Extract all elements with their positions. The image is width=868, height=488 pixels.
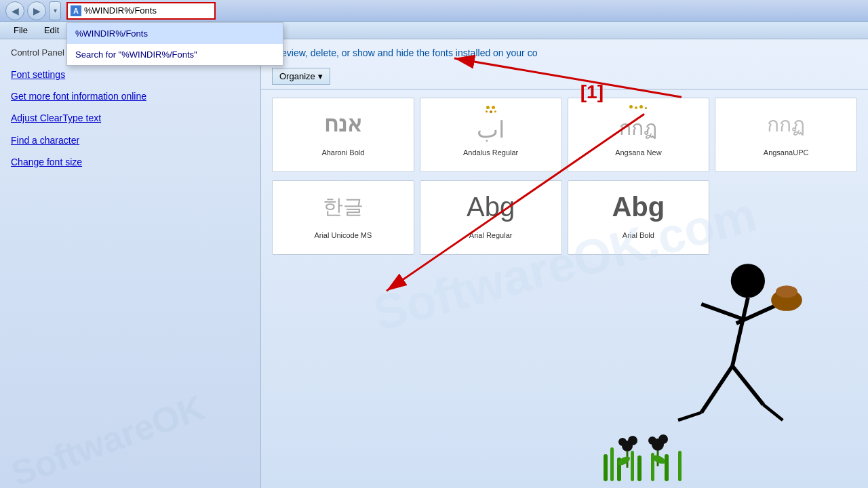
- svg-line-13: [764, 405, 783, 420]
- svg-point-27: [648, 436, 656, 445]
- font-name-arial-bold: Arial Bold: [623, 231, 654, 239]
- font-item-empty: [715, 180, 857, 255]
- main-layout: Control Panel Font settings Get more fon…: [0, 39, 868, 488]
- svg-point-26: [652, 439, 664, 451]
- font-name-angsanaupc: AngsanaUPC: [764, 148, 809, 157]
- svg-rect-15: [610, 447, 614, 481]
- svg-point-8: [771, 289, 802, 311]
- back-button[interactable]: ◀: [5, 1, 24, 20]
- stickman-figure: [637, 258, 827, 474]
- title-bar: ◀ ▶ ▾ A %WINDIR%/Fonts %WINDIR%/Fonts Se…: [0, 0, 868, 22]
- font-item-angsanaupc[interactable]: กกฏ AngsanaUPC: [715, 98, 857, 172]
- address-bar-container: A %WINDIR%/Fonts %WINDIR%/Fonts Search f…: [66, 2, 216, 20]
- font-name-arial-unicode: Arial Unicode MS: [314, 231, 372, 239]
- sidebar: Control Panel Font settings Get more fon…: [0, 39, 261, 488]
- font-item-arial-regular[interactable]: Abg Arial Regular: [420, 180, 562, 255]
- svg-point-4: [731, 264, 765, 298]
- svg-line-10: [701, 366, 732, 413]
- address-text: %WINDIR%/Fonts: [84, 5, 157, 16]
- toolbar: Organize ▾: [261, 64, 868, 89]
- dropdown-item-fonts[interactable]: %WINDIR%/Fonts: [67, 23, 283, 44]
- svg-point-31: [652, 453, 667, 466]
- content-header: Preview, delete, or show and hide the fo…: [261, 39, 868, 64]
- grass-overlay: [597, 407, 868, 488]
- font-item-aharoni[interactable]: אנח Aharoni Bold: [272, 98, 414, 172]
- organize-button[interactable]: Organize ▾: [272, 68, 330, 85]
- label-1: [1]: [580, 81, 604, 103]
- font-name-arial-regular: Arial Regular: [469, 231, 513, 239]
- svg-line-12: [678, 413, 701, 420]
- font-preview-andalus: اب: [477, 104, 505, 144]
- sidebar-item-get-more-font[interactable]: Get more font information online: [11, 90, 250, 102]
- nav-dropdown-button[interactable]: ▾: [49, 1, 61, 20]
- content-area: Preview, delete, or show and hide the fo…: [261, 39, 868, 488]
- font-name-andalus: Andalus Regular: [463, 148, 518, 157]
- font-item-arial-bold[interactable]: Abg Arial Bold: [568, 180, 710, 255]
- svg-rect-18: [637, 455, 642, 481]
- font-name-aharoni: Aharoni Bold: [321, 148, 364, 157]
- font-preview-angsanaupc: กกฏ: [767, 104, 805, 144]
- font-preview-arial-bold: Abg: [612, 186, 665, 227]
- font-preview-arial-unicode: 한글: [323, 186, 363, 227]
- font-preview-arial-regular: Abg: [467, 186, 515, 227]
- font-item-angsana[interactable]: กกฏ Angsana New: [568, 98, 710, 172]
- sidebar-item-cleartype[interactable]: Adjust ClearType text: [11, 112, 250, 124]
- svg-rect-19: [651, 453, 654, 481]
- address-bar[interactable]: A %WINDIR%/Fonts: [66, 2, 216, 20]
- dropdown-item-search[interactable]: Search for "%WINDIR%/Fonts": [67, 44, 283, 65]
- svg-point-23: [618, 438, 627, 446]
- menu-edit[interactable]: Edit: [36, 24, 67, 37]
- address-icon: A: [71, 5, 81, 16]
- svg-rect-20: [665, 454, 669, 481]
- svg-line-11: [732, 366, 764, 405]
- font-item-andalus[interactable]: اب Andalus Regular: [420, 98, 562, 172]
- svg-point-30: [616, 455, 631, 468]
- svg-point-24: [628, 436, 637, 445]
- svg-line-5: [732, 298, 748, 366]
- svg-line-7: [736, 304, 779, 324]
- font-grid-row2: 한글 Arial Unicode MS Abg Arial Regular Ab…: [261, 180, 868, 263]
- font-name-angsana: Angsana New: [615, 148, 662, 157]
- svg-rect-17: [631, 451, 634, 481]
- forward-button[interactable]: ▶: [27, 1, 46, 20]
- font-preview-angsana: กกฏ: [619, 104, 657, 144]
- svg-point-22: [622, 441, 633, 451]
- menu-file[interactable]: File: [5, 24, 36, 37]
- font-item-arial-unicode[interactable]: 한글 Arial Unicode MS: [272, 180, 414, 255]
- sidebar-item-font-settings[interactable]: Font settings: [11, 68, 250, 81]
- svg-line-6: [701, 304, 744, 320]
- svg-point-28: [658, 434, 668, 444]
- svg-point-9: [776, 285, 797, 298]
- sidebar-item-find-character[interactable]: Find a character: [11, 134, 250, 146]
- svg-rect-21: [678, 451, 682, 481]
- font-preview-aharoni: אנח: [324, 104, 361, 144]
- svg-rect-14: [604, 454, 608, 481]
- font-grid-row1: אנח Aharoni Bold: [261, 89, 868, 180]
- sidebar-item-change-font-size[interactable]: Change font size: [11, 156, 250, 168]
- address-dropdown: %WINDIR%/Fonts Search for "%WINDIR%/Font…: [66, 22, 283, 66]
- svg-rect-16: [617, 458, 621, 481]
